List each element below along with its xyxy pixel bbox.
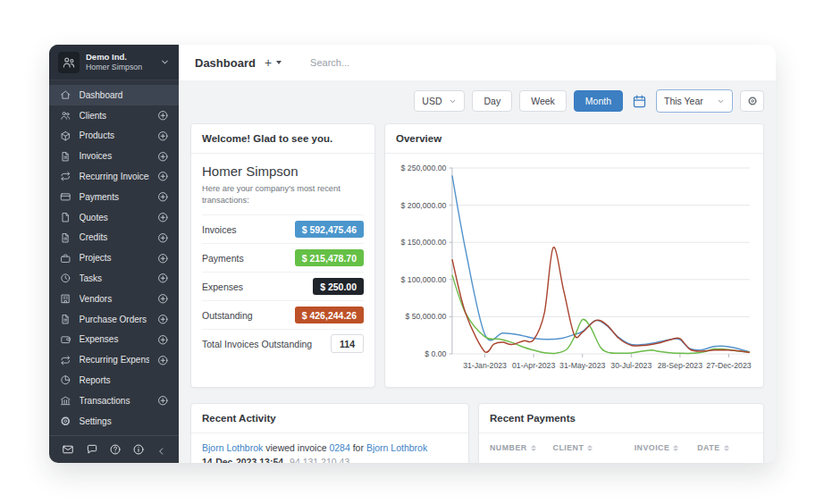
sidebar-item-recurring-expenses[interactable]: Recurring Expenses: [49, 349, 179, 370]
sidebar-item-reports[interactable]: Reports: [49, 370, 179, 391]
dashboard-settings-button[interactable]: [740, 90, 764, 112]
add-expenses-button[interactable]: [157, 334, 169, 346]
payments-column-invoice[interactable]: INVOICE: [635, 443, 698, 452]
recent-activity-card: Recent Activity Bjorn Lothbrok viewed in…: [190, 403, 469, 463]
sort-icon: [587, 445, 593, 451]
add-tasks-button[interactable]: [157, 273, 169, 284]
activity-link[interactable]: 0284: [329, 442, 349, 453]
sidebar-item-invoices[interactable]: Invoices: [49, 146, 179, 166]
sidebar-item-quotes[interactable]: Quotes: [49, 207, 179, 228]
sidebar-item-products[interactable]: Products: [49, 126, 179, 147]
company-logo: [58, 52, 80, 73]
add-projects-button[interactable]: [157, 253, 169, 265]
sidebar-item-label: Dashboard: [80, 90, 169, 100]
activity-entry: Bjorn Lothbrok viewed invoice 0284 for B…: [202, 441, 458, 463]
sort-icon: [673, 445, 678, 451]
activity-link[interactable]: Bjorn Lothbrok: [366, 442, 427, 453]
add-clients-button[interactable]: [157, 110, 169, 122]
sidebar-item-vendors[interactable]: Vendors: [49, 289, 179, 309]
currency-select[interactable]: USD: [414, 90, 465, 112]
add-credits-button[interactable]: [157, 232, 169, 244]
repeat-icon: [60, 355, 71, 366]
week-label: Week: [531, 96, 555, 106]
svg-text:28-Sep-2023: 28-Sep-2023: [658, 361, 702, 370]
activity-text: viewed invoice: [263, 442, 329, 453]
period-day-button[interactable]: Day: [472, 90, 512, 112]
activity-datetime: 14-Dec-2023 13:54: [202, 457, 283, 463]
file-text-icon: [60, 151, 71, 163]
date-range-select[interactable]: This Year: [656, 89, 733, 113]
stat-row-expenses: Expenses$ 250.00: [202, 272, 364, 300]
sidebar-item-clients[interactable]: Clients: [49, 105, 179, 126]
home-icon: [60, 89, 71, 101]
payments-column-date[interactable]: DATE: [697, 443, 753, 452]
sidebar-item-expenses[interactable]: Expenses: [49, 330, 179, 350]
sidebar-item-payments[interactable]: Payments: [49, 187, 179, 207]
top-cards-row: Welcome! Glad to see you. Homer Simpson …: [190, 123, 764, 388]
add-dashboard-button[interactable]: +: [265, 56, 272, 69]
sidebar-item-tasks[interactable]: Tasks: [49, 268, 179, 289]
stat-label: Outstanding: [202, 310, 253, 321]
dashboard-menu-caret[interactable]: [276, 61, 282, 64]
payments-column-client[interactable]: CLIENT: [553, 443, 635, 452]
chat-icon[interactable]: [86, 443, 98, 456]
add-transactions-button[interactable]: [157, 395, 169, 407]
sidebar-item-label: Recurring Expenses: [80, 355, 149, 365]
main-area: Dashboard + USD Day Week Month This Year: [179, 45, 776, 463]
add-quotes-button[interactable]: [157, 212, 169, 223]
file-text-icon: [60, 314, 71, 325]
sidebar-item-label: Transactions: [80, 396, 149, 406]
add-products-button[interactable]: [157, 130, 169, 142]
activity-text: for: [350, 442, 366, 453]
sidebar-item-settings[interactable]: Settings: [49, 411, 179, 432]
stat-row-invoices: Invoices$ 592,475.46: [202, 214, 364, 243]
payments-column-number[interactable]: NUMBER: [490, 443, 553, 452]
clock-icon: [60, 273, 71, 284]
add-recurring-invoices-button[interactable]: [157, 171, 169, 182]
sidebar-item-recurring-invoices[interactable]: Recurring Invoices: [49, 166, 179, 187]
sidebar-item-transactions[interactable]: Transactions: [49, 391, 179, 411]
gear-icon: [747, 96, 758, 106]
sidebar-item-credits[interactable]: Credits: [49, 228, 179, 248]
sidebar-item-dashboard[interactable]: Dashboard: [49, 85, 179, 105]
payments-table-header: NUMBERCLIENTINVOICEDATE: [479, 433, 763, 458]
filter-toolbar: USD Day Week Month This Year: [190, 89, 764, 113]
add-invoices-button[interactable]: [157, 151, 169, 163]
collapse-icon[interactable]: [156, 445, 166, 455]
sidebar: Demo Ind. Homer Simpson DashboardClients…: [49, 45, 179, 463]
add-payments-button[interactable]: [157, 191, 169, 203]
day-label: Day: [483, 96, 500, 106]
period-week-button[interactable]: Week: [519, 90, 567, 112]
chevron-down-icon: [160, 57, 170, 67]
welcome-card: Welcome! Glad to see you. Homer Simpson …: [190, 123, 375, 388]
sidebar-item-purchase-orders[interactable]: Purchase Orders: [49, 309, 179, 330]
recent-payments-title: Recent Payments: [479, 404, 763, 433]
wallet-icon: [60, 334, 71, 346]
svg-text:$ 100,000.00: $ 100,000.00: [401, 275, 447, 284]
svg-text:$ 200,000.00: $ 200,000.00: [401, 200, 447, 209]
activity-link[interactable]: Bjorn Lothbrok: [202, 442, 263, 453]
total-outstanding-badge: 114: [331, 334, 364, 353]
user-name-heading: Homer Simpson: [202, 164, 364, 179]
column-label: DATE: [697, 443, 719, 452]
stat-row-total-invoices-outstanding: Total Invoices Outstanding114: [202, 329, 364, 357]
stat-row-payments: Payments$ 215,478.70: [202, 243, 364, 272]
calendar-icon[interactable]: [632, 94, 647, 109]
sidebar-nav: DashboardClientsProductsInvoicesRecurrin…: [49, 80, 179, 435]
stat-label: Expenses: [202, 281, 243, 292]
add-vendors-button[interactable]: [157, 293, 169, 305]
sidebar-item-projects[interactable]: Projects: [49, 248, 179, 268]
chevron-down-icon: [717, 97, 725, 105]
repeat-icon: [60, 171, 71, 182]
info-icon[interactable]: [132, 443, 145, 456]
mail-icon[interactable]: [62, 443, 74, 456]
add-recurring-expenses-button[interactable]: [157, 355, 169, 366]
period-month-button[interactable]: Month: [574, 90, 623, 112]
help-icon[interactable]: [109, 443, 122, 456]
add-purchase-orders-button[interactable]: [157, 314, 169, 325]
sidebar-item-label: Projects: [80, 253, 149, 263]
stat-value-badge: $ 592,475.46: [295, 221, 364, 238]
chevron-down-icon: [449, 97, 457, 105]
company-menu[interactable]: Demo Ind. Homer Simpson: [49, 45, 179, 80]
search-input[interactable]: [310, 57, 471, 68]
